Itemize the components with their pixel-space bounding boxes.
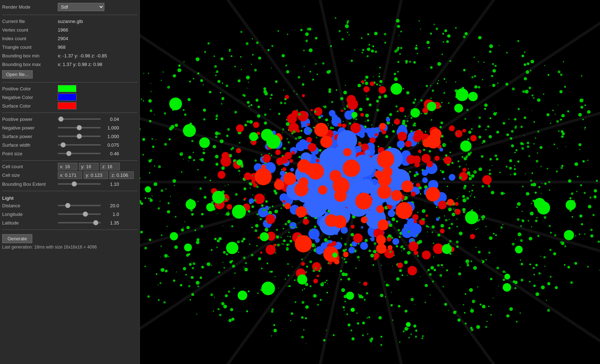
current-file-row: Current file suzanne.glb <box>2 17 137 25</box>
negative-power-row: Negative power 1.000 <box>2 124 137 132</box>
current-file-label: Current file <box>2 19 58 24</box>
cell-size-label: Cell size <box>2 172 58 178</box>
positive-power-value: 0.04 <box>103 117 119 122</box>
light-latitude-label: Latitude <box>2 220 58 226</box>
current-file-value: suzanne.glb <box>58 19 83 24</box>
index-count-label: Index count <box>2 36 58 41</box>
point-size-slider-container: 0.46 <box>58 151 119 156</box>
bounding-box-extent-label: Bounding Box Extent <box>2 181 58 187</box>
bounding-box-extent-slider-container: 1.10 <box>58 181 119 187</box>
positive-power-slider-container: 0.04 <box>58 117 119 122</box>
point-size-row: Point size 0.46 <box>2 150 137 157</box>
cell-count-z[interactable] <box>100 163 120 170</box>
cell-count-label: Cell count <box>2 164 58 169</box>
light-section-label: Light <box>2 195 137 201</box>
vertex-count-label: Vertex count <box>2 27 58 33</box>
positive-color-row: Positive Color <box>2 85 137 93</box>
point-size-value: 0.46 <box>103 151 119 156</box>
positive-power-row: Positive power 0.04 <box>2 115 137 123</box>
surface-power-label: Surface power <box>2 134 58 139</box>
surface-power-row: Surface power 1.000 <box>2 132 137 140</box>
light-longitude-row: Longitude 1.0 <box>2 210 137 218</box>
render-mode-select[interactable]: Sdf Normal Depth Color <box>58 3 104 11</box>
triangle-count-value: 968 <box>58 44 66 50</box>
negative-color-swatch[interactable] <box>58 94 76 101</box>
surface-width-value: 0.075 <box>103 142 119 148</box>
bbox-min-row: Bounding box min x: -1.37 y: -0.98 z: -0… <box>2 52 137 60</box>
index-count-value: 2904 <box>58 36 68 41</box>
bbox-min-label: Bounding box min <box>2 53 58 58</box>
open-file-button[interactable]: Open file... <box>2 70 33 79</box>
cell-size-x[interactable] <box>58 171 82 179</box>
light-distance-value: 20.0 <box>103 203 119 208</box>
negative-power-slider-container: 1.000 <box>58 125 119 131</box>
light-longitude-label: Longitude <box>2 212 58 217</box>
bbox-max-value: x: 1.37 y: 0.98 z: 0.98 <box>58 62 102 67</box>
last-generation-text: Last generation: 18ms with size 16x16x16… <box>2 245 137 250</box>
negative-color-row: Negative Color <box>2 93 137 101</box>
bbox-max-label: Bounding box max <box>2 62 58 67</box>
surface-power-slider[interactable] <box>58 136 101 137</box>
negative-power-slider[interactable] <box>58 127 101 128</box>
point-size-label: Point size <box>2 151 58 156</box>
light-latitude-value: 1.35 <box>103 220 119 226</box>
surface-width-slider-container: 0.075 <box>58 142 119 148</box>
surface-width-row: Surface width 0.075 <box>2 141 137 149</box>
bbox-max-row: Bounding box max x: 1.37 y: 0.98 z: 0.98 <box>2 60 137 68</box>
visualization-canvas[interactable] <box>140 0 600 364</box>
point-size-slider[interactable] <box>58 153 101 154</box>
render-mode-row: Render Mode Sdf Normal Depth Color <box>2 3 137 11</box>
light-distance-slider[interactable] <box>58 205 101 206</box>
light-latitude-slider[interactable] <box>58 222 101 223</box>
light-distance-label: Distance <box>2 203 58 208</box>
bounding-box-extent-row: Bounding Box Extent 1.10 <box>2 180 137 188</box>
light-longitude-slider-container: 1.0 <box>58 212 119 217</box>
surface-power-value: 1.000 <box>103 134 119 139</box>
generate-button[interactable]: Generate <box>2 234 32 243</box>
cell-size-row: Cell size <box>2 171 137 179</box>
cell-size-y[interactable] <box>84 171 108 179</box>
vertex-count-value: 1966 <box>58 27 68 33</box>
negative-power-value: 1.000 <box>103 125 119 131</box>
surface-power-slider-container: 1.000 <box>58 134 119 139</box>
surface-color-swatch[interactable] <box>58 102 76 109</box>
positive-power-label: Positive power <box>2 117 58 122</box>
sidebar: Render Mode Sdf Normal Depth Color Curre… <box>0 0 140 364</box>
cell-count-inputs <box>58 163 120 170</box>
triangle-count-label: Triangle count <box>2 44 58 50</box>
cell-size-z[interactable] <box>109 171 134 179</box>
light-distance-row: Distance 20.0 <box>2 202 137 209</box>
cell-count-row: Cell count <box>2 163 137 170</box>
negative-color-label: Negative Color <box>2 95 58 100</box>
surface-color-label: Surface Color <box>2 103 58 109</box>
viewport <box>140 0 600 364</box>
cell-count-x[interactable] <box>58 163 77 170</box>
surface-width-label: Surface width <box>2 142 58 148</box>
positive-color-label: Positive Color <box>2 86 58 91</box>
vertex-count-row: Vertex count 1966 <box>2 26 137 34</box>
negative-power-label: Negative power <box>2 125 58 131</box>
cell-count-y[interactable] <box>79 163 99 170</box>
light-latitude-row: Latitude 1.35 <box>2 219 137 227</box>
positive-color-swatch[interactable] <box>58 85 76 92</box>
bbox-min-value: x: -1.37 y: -0.98 z: -0.85 <box>58 53 107 58</box>
light-latitude-slider-container: 1.35 <box>58 220 119 226</box>
surface-width-slider[interactable] <box>58 144 101 146</box>
light-longitude-slider[interactable] <box>58 213 101 215</box>
surface-color-row: Surface Color <box>2 102 137 110</box>
light-distance-slider-container: 20.0 <box>58 203 119 208</box>
render-mode-label: Render Mode <box>2 4 58 10</box>
bounding-box-extent-slider[interactable] <box>58 183 101 185</box>
light-longitude-value: 1.0 <box>103 212 119 217</box>
index-count-row: Index count 2904 <box>2 34 137 42</box>
triangle-count-row: Triangle count 968 <box>2 43 137 51</box>
cell-size-inputs <box>58 171 134 179</box>
positive-power-slider[interactable] <box>58 118 101 120</box>
bounding-box-extent-value: 1.10 <box>103 181 119 187</box>
